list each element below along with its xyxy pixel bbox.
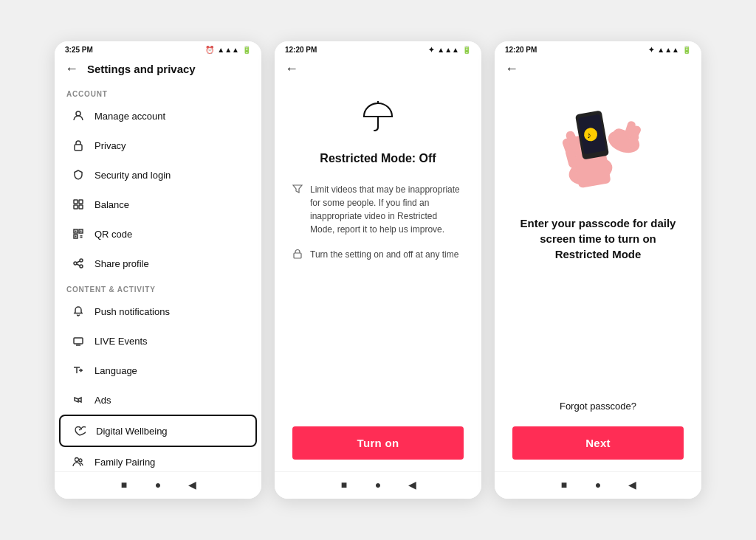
svg-rect-4 [74, 205, 78, 209]
turn-on-button[interactable]: Turn on [292, 426, 464, 460]
back-btn-1[interactable]: ◀ [185, 478, 199, 491]
svg-rect-2 [74, 200, 78, 204]
settings-item-balance[interactable]: Balance [59, 190, 257, 219]
feature-row-2: Turn the setting on and off at any time [292, 248, 464, 261]
back-btn-3[interactable]: ◀ [625, 478, 639, 491]
notifications-label: Push notifications [94, 306, 170, 317]
svg-point-22 [79, 459, 82, 462]
qr-label: QR code [94, 229, 132, 240]
alarm-icon: ⏰ [205, 46, 214, 54]
settings-item-security[interactable]: Security and login [59, 160, 257, 190]
top-nav-2: ← [275, 57, 481, 83]
bt-icon: ✦ [428, 46, 434, 54]
status-bar-3: 12:20 PM ✦ ▲▲▲ 🔋 [495, 41, 701, 57]
settings-item-family[interactable]: Family Pairing [59, 447, 257, 471]
svg-rect-13 [81, 235, 83, 237]
settings-item-live[interactable]: LIVE Events [59, 326, 257, 356]
circle-btn-2[interactable]: ● [371, 478, 385, 491]
bell-icon [71, 304, 86, 319]
phone-screen-3: 12:20 PM ✦ ▲▲▲ 🔋 ← [495, 41, 701, 499]
square-btn-3[interactable]: ■ [557, 478, 571, 491]
svg-rect-3 [79, 200, 83, 204]
settings-item-manage-account[interactable]: Manage account [59, 101, 257, 131]
passcode-illustration: ♪ [512, 83, 684, 201]
phone-screen-1: 3:25 PM ⏰ ▲▲▲ 🔋 ← Settings and privacy A… [55, 41, 261, 499]
restricted-main: Restricted Mode: Off Limit videos that m… [275, 83, 481, 471]
svg-rect-1 [75, 145, 82, 150]
svg-point-17 [74, 262, 77, 265]
status-bar-1: 3:25 PM ⏰ ▲▲▲ 🔋 [55, 41, 261, 57]
svg-point-0 [76, 111, 80, 116]
status-icons-1: ⏰ ▲▲▲ 🔋 [205, 46, 251, 54]
lock2-icon [292, 249, 303, 261]
feature-text-1: Limit videos that may be inappropriate f… [310, 183, 464, 236]
signal3-icon: ▲▲▲ [657, 46, 679, 54]
passcode-main: ♪ Enter your passcode for daily screen t… [495, 83, 701, 471]
bottom-nav-2: ■ ● ◀ [275, 471, 481, 499]
wellbeing-icon [72, 423, 87, 438]
back-button-3[interactable]: ← [505, 61, 518, 77]
balance-label: Balance [94, 199, 129, 210]
svg-rect-14 [80, 237, 81, 238]
ads-label: Ads [94, 395, 111, 406]
back-button-1[interactable]: ← [65, 61, 78, 77]
privacy-label: Privacy [94, 140, 126, 151]
settings-item-share[interactable]: Share profile [59, 249, 257, 278]
next-button[interactable]: Next [512, 426, 684, 460]
bottom-nav-1: ■ ● ◀ [55, 471, 261, 499]
settings-item-wellbeing[interactable]: Digital Wellbeing [59, 415, 257, 447]
time-3: 12:20 PM [505, 46, 537, 54]
family-icon [71, 454, 86, 469]
status-icons-2: ✦ ▲▲▲ 🔋 [428, 46, 471, 54]
battery2-icon: 🔋 [462, 46, 471, 54]
settings-item-notifications[interactable]: Push notifications [59, 297, 257, 326]
language-icon [71, 363, 86, 378]
battery3-icon: 🔋 [682, 46, 691, 54]
feature-row-1: Limit videos that may be inappropriate f… [292, 183, 464, 236]
settings-list: ACCOUNT Manage account Privacy Security … [55, 83, 261, 471]
top-nav-1: ← Settings and privacy [55, 57, 261, 83]
wellbeing-label: Digital Wellbeing [96, 426, 168, 437]
forgot-passcode-link[interactable]: Forgot passcode? [560, 401, 636, 412]
circle-btn-3[interactable]: ● [591, 478, 605, 491]
person-icon [71, 108, 86, 123]
settings-item-privacy[interactable]: Privacy [59, 131, 257, 160]
svg-rect-19 [74, 338, 83, 344]
svg-point-16 [80, 259, 83, 262]
balance-icon [71, 197, 86, 212]
bt3-icon: ✦ [648, 46, 654, 54]
settings-item-language[interactable]: Language [59, 356, 257, 385]
circle-btn-1[interactable]: ● [151, 478, 165, 491]
svg-point-21 [75, 458, 79, 462]
screen1-title: Settings and privacy [87, 63, 196, 75]
svg-rect-10 [80, 231, 82, 232]
signal-icon: ▲▲▲ [217, 46, 239, 54]
content-section-label: CONTENT & ACTIVITY [55, 278, 261, 297]
time-2: 12:20 PM [285, 46, 317, 54]
svg-rect-11 [75, 236, 77, 238]
language-label: Language [94, 365, 137, 376]
settings-item-qr[interactable]: QR code [59, 219, 257, 249]
square-btn-2[interactable]: ■ [337, 478, 351, 491]
svg-rect-12 [80, 235, 81, 237]
top-nav-3: ← [495, 57, 701, 83]
settings-item-ads[interactable]: Ads [59, 385, 257, 415]
lock-icon [71, 138, 86, 153]
qr-icon [71, 226, 86, 241]
manage-account-label: Manage account [94, 111, 165, 122]
battery-icon: 🔋 [242, 46, 251, 54]
status-bar-2: 12:20 PM ✦ ▲▲▲ 🔋 [275, 41, 481, 57]
square-btn-1[interactable]: ■ [117, 478, 131, 491]
feature-text-2: Turn the setting on and off at any time [310, 248, 458, 261]
phone-screen-2: 12:20 PM ✦ ▲▲▲ 🔋 ← Restricted Mode: Off [275, 41, 481, 499]
share-label: Share profile [94, 258, 149, 269]
restricted-mode-title: Restricted Mode: Off [320, 152, 436, 165]
status-icons-3: ✦ ▲▲▲ 🔋 [648, 46, 691, 54]
svg-point-20 [79, 429, 80, 431]
back-button-2[interactable]: ← [285, 61, 298, 77]
signal2-icon: ▲▲▲ [437, 46, 459, 54]
ads-icon [71, 392, 86, 407]
filter-icon [292, 184, 303, 196]
back-btn-2[interactable]: ◀ [405, 478, 419, 491]
svg-point-18 [80, 265, 83, 268]
